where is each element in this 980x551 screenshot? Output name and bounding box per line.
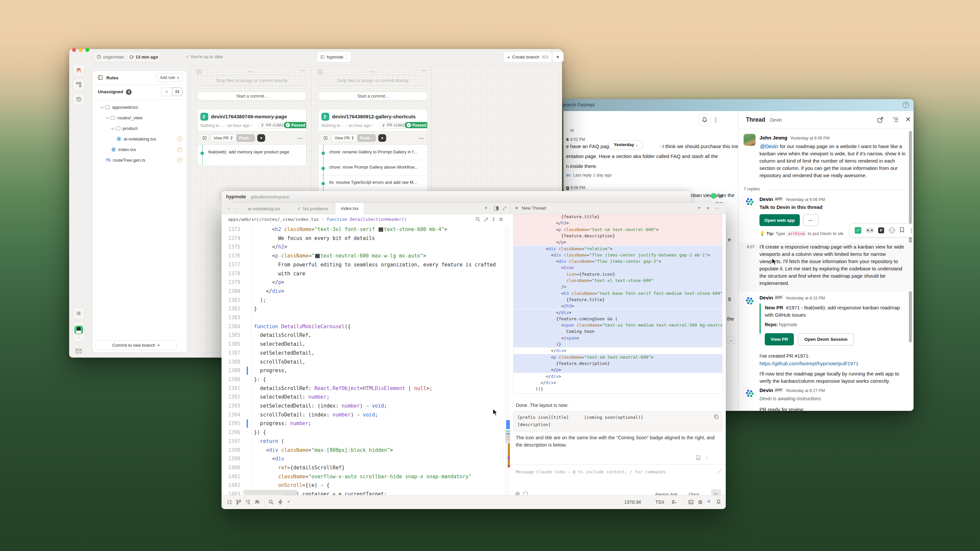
lightning-icon[interactable] bbox=[278, 499, 283, 506]
copy-icon[interactable] bbox=[714, 414, 719, 421]
git-branch-icon[interactable] bbox=[236, 499, 241, 506]
settings-button[interactable] bbox=[72, 307, 85, 320]
code-line-1395[interactable]: 1395 progress: number; bbox=[221, 419, 505, 428]
code-line-1398[interactable]: 1398 <div className="max-[800px]:block h… bbox=[221, 446, 505, 455]
drop-zone[interactable]: Drop files to assign or commit directly bbox=[197, 75, 307, 86]
model-dropdown[interactable]: Opus ⌄ bbox=[689, 492, 703, 495]
card-more-icon[interactable]: ⋯ bbox=[298, 135, 303, 141]
tree-item-apps/web/src[interactable]: apps/web/src bbox=[92, 102, 187, 113]
code-scrollbar[interactable] bbox=[505, 225, 510, 495]
branches-nav-button[interactable] bbox=[72, 78, 85, 91]
ci-status-badge[interactable]: ✓Passed bbox=[405, 122, 428, 128]
zoom-window-button[interactable] bbox=[85, 48, 89, 52]
view-toggle[interactable]: ≡ bbox=[161, 87, 183, 96]
code-line-1392[interactable]: 1392 selectedDetail: number; bbox=[221, 393, 505, 402]
code-line-1390[interactable]: 1390}: { bbox=[221, 375, 505, 384]
eyes-reaction-icon[interactable] bbox=[866, 228, 873, 233]
branch-name[interactable]: gitbutler/workspace bbox=[251, 194, 289, 199]
view-pr-button[interactable]: View PR bbox=[211, 134, 237, 142]
expand-icon[interactable]: ⤢ bbox=[503, 206, 506, 211]
file-status-icon[interactable] bbox=[177, 158, 182, 163]
commit-message[interactable]: chore: move Prompt Gallery above Workflo… bbox=[329, 165, 425, 170]
mention-context-icon[interactable]: @ bbox=[515, 491, 520, 495]
chat-input-placeholder[interactable]: Message Claude Code — @ to include conte… bbox=[516, 469, 666, 474]
app-name[interactable]: Devin bbox=[759, 387, 773, 393]
code-line-1399[interactable]: 1399 <div bbox=[221, 454, 505, 464]
assign-button[interactable] bbox=[200, 134, 208, 142]
tree-item-routes/_view[interactable]: routes/_view bbox=[92, 113, 187, 123]
devin-avatar[interactable] bbox=[744, 295, 756, 307]
code-line-1393[interactable]: 1393 setSelectedDetail: (index: number) … bbox=[221, 402, 505, 411]
permission-mode-dropdown[interactable]: Always Ask ⌄ bbox=[655, 492, 681, 495]
new-tab-icon[interactable]: + bbox=[484, 205, 487, 211]
code-line-1394[interactable]: 1394 scrollToDetail: (index: number) ⇒ v… bbox=[221, 411, 505, 419]
file-status-icon[interactable] bbox=[177, 137, 182, 141]
open-in-new-icon[interactable] bbox=[877, 116, 884, 124]
scrollbar-thumb[interactable] bbox=[506, 432, 511, 443]
ci-status-badge[interactable]: ✓Passed bbox=[284, 122, 307, 128]
code-line-1387[interactable]: 1387 setSelectedDetail, bbox=[221, 349, 505, 358]
chevron-down-icon[interactable] bbox=[111, 126, 115, 130]
ai-actions-button[interactable]: ✦ bbox=[552, 51, 564, 62]
chat-new-thread-icon[interactable]: + bbox=[698, 205, 701, 211]
pr-pill[interactable]: PR #1982 bbox=[379, 122, 407, 129]
chat-more-icon[interactable]: ⋯ bbox=[715, 206, 719, 211]
create-branch-button[interactable]: + Create branch ⌘B bbox=[504, 51, 552, 62]
mention[interactable]: @Devin bbox=[759, 143, 779, 149]
code-line-1401[interactable]: 1401 className="overflow-x-auto scrollba… bbox=[221, 472, 505, 481]
user-avatar-button[interactable]: ⌃⌄ bbox=[72, 322, 85, 342]
code-line-1388[interactable]: 1388 scrollToDetail, bbox=[221, 358, 505, 367]
assign-button[interactable] bbox=[321, 134, 329, 142]
avatar[interactable] bbox=[744, 134, 756, 146]
chevron-down-icon[interactable] bbox=[100, 105, 104, 108]
code-line-1396[interactable]: 1396}) { bbox=[221, 428, 505, 437]
view-pr-button[interactable]: View PR bbox=[765, 333, 794, 345]
code-line-1374[interactable]: 1374 We focus on every bit of details bbox=[221, 234, 505, 243]
code-line-1385[interactable]: 1385 detailsScrollRef, bbox=[221, 331, 505, 340]
notifications-bell-button[interactable] bbox=[698, 114, 711, 126]
code-h-scrollbar[interactable] bbox=[243, 490, 298, 495]
code-line-1400[interactable]: 1400 ref={detailsScrollRef} bbox=[221, 464, 505, 472]
timestamp[interactable]: Yesterday at 6:06 PM bbox=[790, 136, 830, 140]
tree-item-product[interactable]: product bbox=[92, 123, 187, 133]
ai-button[interactable]: ✦ bbox=[378, 134, 386, 142]
list-view-button[interactable]: ≡ bbox=[161, 87, 172, 96]
commit-message[interactable]: chore: rename Gallery to Prompt Gallery … bbox=[329, 149, 425, 154]
timestamp[interactable]: Yesterday at 6:06 PM bbox=[786, 197, 825, 202]
start-commit-button[interactable]: Start a commit... bbox=[197, 92, 307, 100]
commit-to-new-branch-button[interactable]: Commit to new branch+ bbox=[95, 340, 177, 350]
outline-panel-icon[interactable] bbox=[227, 499, 232, 506]
chevron-down-icon[interactable] bbox=[106, 116, 109, 119]
project-name[interactable]: hyprnote bbox=[226, 194, 246, 199]
hover-timestamp[interactable]: 6:07 bbox=[747, 245, 754, 249]
code-line-1379[interactable]: 1379 </p> bbox=[221, 278, 505, 287]
code-line-1383[interactable]: 1383 bbox=[221, 313, 505, 322]
feedback-mail-button[interactable] bbox=[72, 345, 85, 357]
tree-item-index.tsx[interactable]: index.tsx bbox=[92, 144, 187, 155]
more-actions-icon[interactable]: ⋮ bbox=[909, 227, 913, 233]
code-line-1375[interactable]: 1375 </h2> bbox=[221, 243, 505, 251]
tab-ai-notetaking[interactable]: ai-notetaking.tsx bbox=[242, 203, 286, 214]
code-line-1384[interactable]: 1384function DetailsMobileCarousel({ bbox=[221, 322, 505, 331]
code-line-1382[interactable]: 1382} bbox=[221, 305, 505, 313]
scroll-top-icon[interactable]: ↑ bbox=[706, 455, 708, 460]
app-name[interactable]: Devin bbox=[759, 295, 773, 300]
code-editor[interactable]: 1373 <h2 className="text-3xl font-serif … bbox=[221, 225, 505, 495]
cursor-icon[interactable]: I bbox=[492, 217, 495, 222]
open-web-app-button[interactable]: Open web app bbox=[759, 214, 800, 226]
thread-settings-icon[interactable] bbox=[892, 116, 899, 124]
more-options-icon[interactable]: ⋮ bbox=[713, 116, 719, 123]
ai-button[interactable]: ✦ bbox=[257, 134, 265, 142]
notification-bell-icon[interactable] bbox=[716, 499, 721, 506]
code-line-1391[interactable]: 1391 detailsScrollRef: React.RefObject<H… bbox=[221, 384, 505, 393]
gitbutler-logo-button[interactable] bbox=[72, 64, 85, 76]
code-line-1380[interactable]: 1380 </div> bbox=[221, 287, 505, 296]
pr-link[interactable]: https://github.com/fastrepl/hyprnote/pul… bbox=[759, 360, 858, 367]
zed-title-bar[interactable]: hyprnote gitbutler/workspace bbox=[221, 191, 691, 203]
nav-forward-icon[interactable]: → bbox=[234, 205, 239, 211]
tree-item-routeTree.gen.ts[interactable]: TSrouteTree.gen.ts bbox=[92, 155, 187, 165]
thread-link[interactable]: es Last reply 1 day ago bbox=[566, 173, 612, 178]
filter-icon[interactable] bbox=[484, 217, 489, 223]
terminal-icon[interactable] bbox=[688, 499, 694, 506]
send-button[interactable]: ▷ bbox=[711, 489, 721, 495]
